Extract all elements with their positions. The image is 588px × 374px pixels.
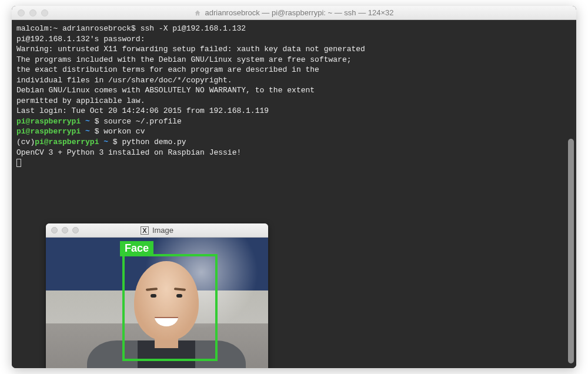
terminal-line: pi@raspberrypi ~ $ source ~/.profile [16,116,572,127]
remote-prompt-path: ~ [81,127,94,136]
x11-icon: X [141,226,149,235]
remote-prompt-userhost: pi@raspberrypi [16,127,81,136]
command-text: source ~/.profile [99,117,181,126]
traffic-lights [51,227,79,233]
close-icon[interactable] [18,9,25,16]
minimize-icon[interactable] [62,227,68,233]
virtualenv-prefix: (cv) [16,138,35,146]
image-window-title: X Image [46,226,268,235]
window-title-text: adrianrosebrock — pi@raspberrypi: ~ — ss… [205,8,393,17]
remote-prompt-userhost: pi@raspberrypi [16,117,81,126]
terminal-line: pi@192.168.1.132's password: [16,34,572,45]
terminal-line: permitted by applicable law. [16,96,572,106]
remote-prompt-path: ~ [81,117,94,126]
cursor-icon [16,159,21,167]
remote-prompt-path: ~ [99,138,112,146]
remote-prompt-userhost: pi@raspberrypi [35,138,99,146]
terminal-line: (cv)pi@raspberrypi ~ $ python demo.py [16,137,572,148]
scroll-thumb[interactable] [568,139,574,363]
command-text: python demo.py [118,138,186,146]
terminal-window: adrianrosebrock — pi@raspberrypi: ~ — ss… [12,6,576,368]
terminal-line: The programs included with the Debian GN… [16,55,572,65]
terminal-line: individual files in /usr/share/doc/*/cop… [16,75,572,86]
terminal-line: malcolm:~ adrianrosebrock$ ssh -X pi@192… [16,24,572,34]
minimize-icon[interactable] [29,9,36,16]
local-prompt: malcolm:~ adrianrosebrock$ [16,24,136,33]
command-text: ssh -X pi@192.168.1.132 [136,24,246,33]
image-window[interactable]: X Image Face [46,223,268,368]
command-text: workon cv [99,127,145,136]
terminal-line: Debian GNU/Linux comes with ABSOLUTELY N… [16,85,572,96]
terminal-line: Warning: untrusted X11 forwarding setup … [16,44,572,55]
face-label: Face [120,241,153,256]
scrollbar[interactable] [567,21,575,366]
traffic-lights [18,9,48,16]
image-window-title-text: Image [152,226,173,235]
window-title: adrianrosebrock — pi@raspberrypi: ~ — ss… [12,8,576,17]
terminal-line: the exact distribution terms for each pr… [16,65,572,75]
terminal-line: OpenCV 3 + Python 3 installed on Raspbia… [16,148,572,158]
face-bounding-box [122,254,218,361]
home-icon [194,9,201,16]
terminal-cursor-line [16,158,572,168]
terminal-line: Last login: Tue Oct 20 14:24:06 2015 fro… [16,106,572,116]
zoom-icon[interactable] [72,227,79,233]
titlebar[interactable]: adrianrosebrock — pi@raspberrypi: ~ — ss… [12,6,576,20]
close-icon[interactable] [51,227,58,233]
terminal-line: pi@raspberrypi ~ $ workon cv [16,126,572,137]
remote-prompt-dollar: $ [113,138,118,146]
zoom-icon[interactable] [41,9,48,16]
image-content: Face [46,238,268,368]
image-window-titlebar[interactable]: X Image [46,223,268,238]
